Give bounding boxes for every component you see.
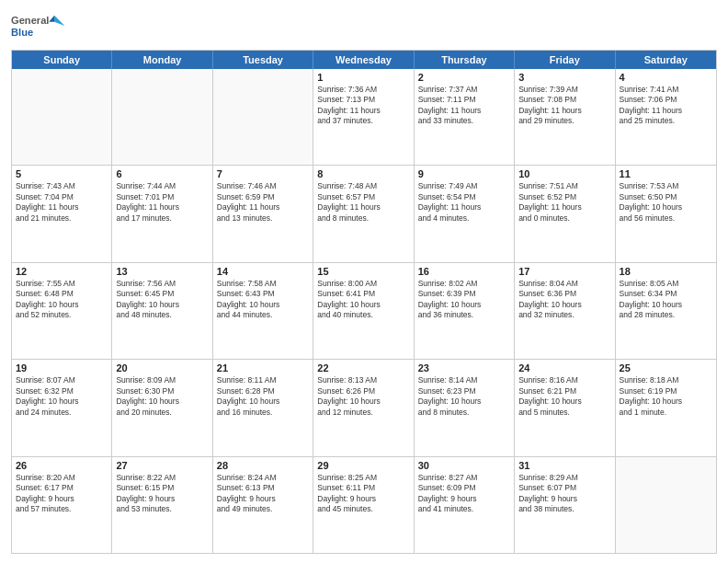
day-cell-17: 17Sunrise: 8:04 AM Sunset: 6:36 PM Dayli… — [515, 263, 615, 359]
day-header-thursday: Thursday — [415, 51, 515, 69]
svg-marker-2 — [54, 16, 64, 26]
day-number: 8 — [317, 168, 409, 179]
day-info: Sunrise: 8:25 AM Sunset: 6:11 PM Dayligh… — [317, 473, 409, 515]
day-cell-30: 30Sunrise: 8:27 AM Sunset: 6:09 PM Dayli… — [415, 457, 515, 553]
day-number: 27 — [116, 460, 208, 471]
day-cell-11: 11Sunrise: 7:53 AM Sunset: 6:50 PM Dayli… — [616, 166, 716, 261]
day-info: Sunrise: 8:11 AM Sunset: 6:28 PM Dayligh… — [217, 375, 309, 418]
day-number: 9 — [418, 168, 510, 179]
day-cell-8: 8Sunrise: 7:48 AM Sunset: 6:57 PM Daylig… — [313, 166, 414, 261]
day-number: 26 — [16, 460, 108, 471]
svg-marker-3 — [49, 16, 54, 22]
day-header-tuesday: Tuesday — [213, 51, 313, 69]
page-container: General Blue SundayMondayTuesdayWednesda… — [0, 0, 728, 563]
day-header-saturday: Saturday — [616, 51, 716, 69]
day-info: Sunrise: 8:13 AM Sunset: 6:26 PM Dayligh… — [317, 375, 409, 418]
day-cell-22: 22Sunrise: 8:13 AM Sunset: 6:26 PM Dayli… — [313, 360, 414, 455]
day-number: 31 — [518, 460, 610, 471]
day-number: 11 — [620, 168, 712, 179]
day-info: Sunrise: 7:46 AM Sunset: 6:59 PM Dayligh… — [217, 181, 309, 224]
day-info: Sunrise: 7:51 AM Sunset: 6:52 PM Dayligh… — [518, 181, 610, 224]
day-info: Sunrise: 7:58 AM Sunset: 6:43 PM Dayligh… — [217, 279, 309, 321]
day-info: Sunrise: 7:43 AM Sunset: 7:04 PM Dayligh… — [16, 181, 108, 224]
day-cell-31: 31Sunrise: 8:29 AM Sunset: 6:07 PM Dayli… — [515, 457, 615, 553]
day-number: 14 — [217, 266, 309, 277]
day-header-friday: Friday — [515, 51, 615, 69]
empty-cell — [112, 69, 212, 165]
week-row-5: 26Sunrise: 8:20 AM Sunset: 6:17 PM Dayli… — [12, 457, 716, 553]
day-cell-7: 7Sunrise: 7:46 AM Sunset: 6:59 PM Daylig… — [213, 166, 313, 261]
week-row-3: 12Sunrise: 7:55 AM Sunset: 6:48 PM Dayli… — [12, 263, 716, 360]
day-cell-3: 3Sunrise: 7:39 AM Sunset: 7:08 PM Daylig… — [515, 69, 615, 165]
day-info: Sunrise: 7:49 AM Sunset: 6:54 PM Dayligh… — [418, 181, 510, 224]
day-info: Sunrise: 8:20 AM Sunset: 6:17 PM Dayligh… — [16, 473, 108, 515]
day-cell-27: 27Sunrise: 8:22 AM Sunset: 6:15 PM Dayli… — [112, 457, 212, 553]
day-number: 30 — [418, 460, 510, 471]
day-number: 1 — [317, 72, 409, 83]
day-number: 29 — [317, 460, 409, 471]
day-cell-21: 21Sunrise: 8:11 AM Sunset: 6:28 PM Dayli… — [213, 360, 313, 455]
logo: General Blue — [11, 9, 66, 42]
day-number: 21 — [217, 362, 309, 373]
day-info: Sunrise: 8:04 AM Sunset: 6:36 PM Dayligh… — [518, 279, 610, 321]
day-number: 12 — [16, 266, 108, 277]
day-header-sunday: Sunday — [12, 51, 112, 69]
day-info: Sunrise: 8:27 AM Sunset: 6:09 PM Dayligh… — [418, 473, 510, 515]
day-info: Sunrise: 8:16 AM Sunset: 6:21 PM Dayligh… — [518, 375, 610, 418]
week-row-2: 5Sunrise: 7:43 AM Sunset: 7:04 PM Daylig… — [12, 166, 716, 262]
day-header-wednesday: Wednesday — [313, 51, 414, 69]
day-info: Sunrise: 8:09 AM Sunset: 6:30 PM Dayligh… — [116, 375, 208, 418]
day-number: 13 — [116, 266, 208, 277]
day-cell-29: 29Sunrise: 8:25 AM Sunset: 6:11 PM Dayli… — [313, 457, 414, 553]
day-number: 17 — [518, 266, 610, 277]
day-info: Sunrise: 8:05 AM Sunset: 6:34 PM Dayligh… — [620, 279, 712, 321]
day-info: Sunrise: 7:39 AM Sunset: 7:08 PM Dayligh… — [518, 85, 610, 127]
day-info: Sunrise: 7:48 AM Sunset: 6:57 PM Dayligh… — [317, 181, 409, 224]
day-number: 7 — [217, 168, 309, 179]
day-number: 20 — [116, 362, 208, 373]
day-number: 16 — [418, 266, 510, 277]
day-cell-13: 13Sunrise: 7:56 AM Sunset: 6:45 PM Dayli… — [112, 263, 212, 359]
day-info: Sunrise: 7:53 AM Sunset: 6:50 PM Dayligh… — [620, 181, 712, 224]
day-info: Sunrise: 7:37 AM Sunset: 7:11 PM Dayligh… — [418, 85, 510, 127]
header: General Blue — [11, 9, 717, 42]
day-info: Sunrise: 8:18 AM Sunset: 6:19 PM Dayligh… — [620, 375, 712, 418]
day-cell-5: 5Sunrise: 7:43 AM Sunset: 7:04 PM Daylig… — [12, 166, 112, 261]
day-info: Sunrise: 7:56 AM Sunset: 6:45 PM Dayligh… — [116, 279, 208, 321]
day-number: 22 — [317, 362, 409, 373]
day-number: 5 — [16, 168, 108, 179]
day-info: Sunrise: 8:00 AM Sunset: 6:41 PM Dayligh… — [317, 279, 409, 321]
day-cell-25: 25Sunrise: 8:18 AM Sunset: 6:19 PM Dayli… — [616, 360, 716, 455]
day-number: 15 — [317, 266, 409, 277]
day-cell-14: 14Sunrise: 7:58 AM Sunset: 6:43 PM Dayli… — [213, 263, 313, 359]
day-info: Sunrise: 7:44 AM Sunset: 7:01 PM Dayligh… — [116, 181, 208, 224]
day-info: Sunrise: 8:14 AM Sunset: 6:23 PM Dayligh… — [418, 375, 510, 418]
day-cell-2: 2Sunrise: 7:37 AM Sunset: 7:11 PM Daylig… — [415, 69, 515, 165]
day-info: Sunrise: 7:55 AM Sunset: 6:48 PM Dayligh… — [16, 279, 108, 321]
day-cell-16: 16Sunrise: 8:02 AM Sunset: 6:39 PM Dayli… — [415, 263, 515, 359]
day-cell-23: 23Sunrise: 8:14 AM Sunset: 6:23 PM Dayli… — [415, 360, 515, 455]
day-info: Sunrise: 8:07 AM Sunset: 6:32 PM Dayligh… — [16, 375, 108, 418]
day-info: Sunrise: 8:22 AM Sunset: 6:15 PM Dayligh… — [116, 473, 208, 515]
day-cell-12: 12Sunrise: 7:55 AM Sunset: 6:48 PM Dayli… — [12, 263, 112, 359]
day-number: 28 — [217, 460, 309, 471]
day-number: 23 — [418, 362, 510, 373]
day-number: 3 — [518, 72, 610, 83]
calendar-header: SundayMondayTuesdayWednesdayThursdayFrid… — [12, 51, 716, 69]
day-number: 2 — [418, 72, 510, 83]
calendar-body: 1Sunrise: 7:36 AM Sunset: 7:13 PM Daylig… — [12, 69, 716, 553]
day-number: 24 — [518, 362, 610, 373]
day-cell-18: 18Sunrise: 8:05 AM Sunset: 6:34 PM Dayli… — [616, 263, 716, 359]
empty-cell — [12, 69, 112, 165]
day-info: Sunrise: 8:02 AM Sunset: 6:39 PM Dayligh… — [418, 279, 510, 321]
day-info: Sunrise: 7:36 AM Sunset: 7:13 PM Dayligh… — [317, 85, 409, 127]
day-header-monday: Monday — [112, 51, 212, 69]
empty-cell — [616, 457, 716, 553]
day-number: 6 — [116, 168, 208, 179]
day-cell-1: 1Sunrise: 7:36 AM Sunset: 7:13 PM Daylig… — [313, 69, 414, 165]
day-cell-10: 10Sunrise: 7:51 AM Sunset: 6:52 PM Dayli… — [515, 166, 615, 261]
day-number: 19 — [16, 362, 108, 373]
day-info: Sunrise: 7:41 AM Sunset: 7:06 PM Dayligh… — [620, 85, 712, 127]
day-number: 10 — [518, 168, 610, 179]
day-cell-20: 20Sunrise: 8:09 AM Sunset: 6:30 PM Dayli… — [112, 360, 212, 455]
